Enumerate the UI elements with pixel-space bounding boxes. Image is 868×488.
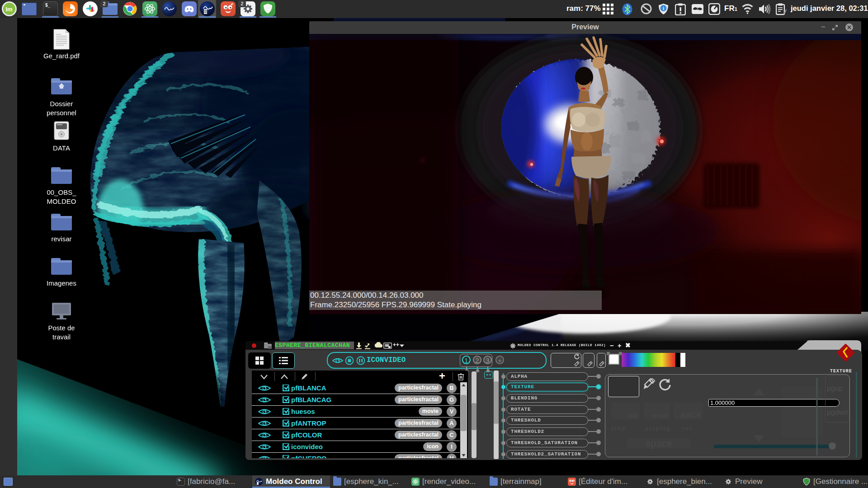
- svg-text:++: ++: [393, 342, 399, 348]
- svg-text:lm: lm: [5, 6, 12, 13]
- svg-text:i: i: [663, 5, 664, 11]
